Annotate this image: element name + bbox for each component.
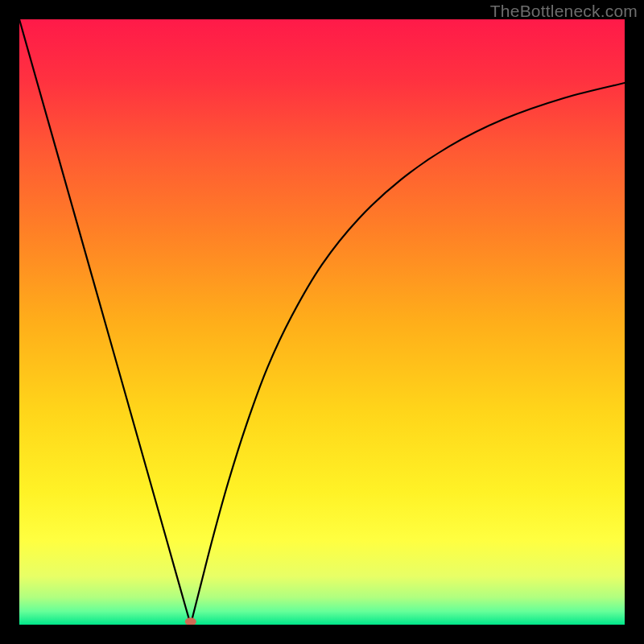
watermark-text: TheBottleneck.com xyxy=(490,2,638,21)
chart-frame xyxy=(19,19,625,625)
bottleneck-chart xyxy=(19,19,625,625)
gradient-background xyxy=(19,19,625,625)
